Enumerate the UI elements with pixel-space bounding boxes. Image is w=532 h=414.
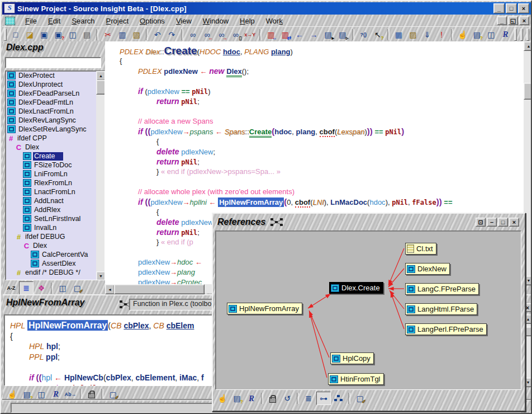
save-all-button[interactable]: ◫ <box>66 29 79 41</box>
print-button[interactable]: ▤ <box>80 29 94 41</box>
mdi-minimize-button[interactable]: _ <box>497 16 507 25</box>
reference-node[interactable]: Cl.txt <box>405 243 436 255</box>
scroll-down-button[interactable]: ▼ <box>96 271 105 280</box>
help-contents-button[interactable]: ◫ <box>35 388 48 401</box>
browse-symbols-button[interactable]: ?() <box>357 29 370 41</box>
symbol-item[interactable]: LnactFromLn <box>6 187 104 196</box>
help-mode-button[interactable]: ▤? <box>20 388 34 401</box>
mdi-close-button[interactable]: × <box>519 16 529 25</box>
toolbar-grip[interactable] <box>514 29 517 41</box>
rebuild-project-button[interactable]: ▨ <box>406 29 420 41</box>
lock-button[interactable] <box>85 388 98 401</box>
maximize-button[interactable]: □ <box>506 3 517 13</box>
symbol-item[interactable]: CDlex <box>6 241 104 250</box>
reference-node[interactable]: LangC.FPreParse <box>405 283 479 295</box>
symbol-item[interactable]: DlexSetRevLangSync <box>6 125 104 134</box>
minimize-button[interactable]: – <box>487 218 497 227</box>
scroll-up-button[interactable]: ▲ <box>96 71 105 81</box>
menu-view[interactable]: View <box>170 16 197 26</box>
rename-button[interactable]: Ab→ <box>64 388 77 401</box>
reference-node[interactable]: DlexNew <box>405 263 450 275</box>
reference-node[interactable]: LangHtml.FParse <box>405 303 477 315</box>
refresh-button[interactable]: ↺ <box>281 392 294 404</box>
symbol-item[interactable]: LniFromLn <box>6 170 104 178</box>
save-file-button[interactable]: ▣ <box>37 29 51 41</box>
find-in-files-button[interactable]: ∞▯ <box>229 29 243 41</box>
properties-button[interactable]: ▢✐ <box>70 282 84 294</box>
reference-node[interactable]: HplNewFromArray <box>227 303 302 314</box>
help-contents-button[interactable]: ◫ <box>484 29 498 41</box>
goto-definition-button[interactable]: ▤▸ <box>321 29 335 41</box>
document-icon[interactable] <box>5 17 15 25</box>
run-script-button[interactable]: R <box>245 392 258 404</box>
synchronize-files-button[interactable]: ⇓ <box>421 29 434 41</box>
sort-alpha-button[interactable]: A-Z <box>4 282 18 294</box>
lock-button[interactable] <box>266 392 279 404</box>
view-hierarchy-button[interactable] <box>332 392 345 404</box>
link-sync-button[interactable]: ▥⇄ <box>279 29 292 41</box>
symbol-item[interactable]: AssertDlex <box>6 259 104 268</box>
copy-button[interactable]: ▥ <box>116 29 129 41</box>
symbol-item[interactable]: DlexProtect <box>6 71 104 80</box>
references-graph-canvas[interactable]: Dlex.CreateCl.txtDlexNewLangC.FPreParseL… <box>215 230 521 390</box>
context-help-button[interactable]: ↖? <box>371 29 384 41</box>
symbol-item[interactable]: Create <box>6 152 104 161</box>
maximize-button[interactable]: □ <box>498 218 508 227</box>
symbol-item[interactable]: DlexFDeadFmtLn <box>6 98 104 107</box>
app-icon[interactable]: S <box>4 3 15 13</box>
properties-button[interactable]: ▢✐ <box>353 392 367 404</box>
cut-button[interactable]: ✂ <box>101 29 115 41</box>
scrollbar-track[interactable] <box>96 71 104 280</box>
browse-context-button[interactable]: ☝ <box>456 29 469 41</box>
toolbar-grip[interactable] <box>4 29 7 41</box>
references-title-bar[interactable]: References ⊡ – □ × <box>214 215 521 229</box>
view-outline-button[interactable]: ≣ <box>302 392 315 404</box>
symbol-item[interactable]: DlexFDeadParseLn <box>6 89 104 98</box>
link-window-button[interactable]: ▥↔ <box>264 29 278 41</box>
new-file-button[interactable]: □ <box>9 29 22 41</box>
browse-context-button[interactable]: ☝ <box>216 392 229 404</box>
run-script-button[interactable]: R <box>499 29 512 41</box>
stop-button[interactable]: ! <box>435 29 448 41</box>
help-contents-button[interactable]: ◫ <box>56 282 69 294</box>
find-button[interactable]: ∞ <box>186 29 200 41</box>
symbol-item[interactable]: DlexUnprotect <box>6 80 104 89</box>
menu-file[interactable]: File <box>20 16 42 26</box>
paste-button[interactable]: ▧ <box>130 29 144 41</box>
mdi-restore-button[interactable]: ◱ <box>508 16 518 25</box>
symbol-item[interactable]: DlexRevLangSync <box>6 116 104 125</box>
symbol-item[interactable]: AddLnact <box>6 196 104 205</box>
goto-reference-button[interactable]: ▤▹ <box>336 29 349 41</box>
toolbar-grip[interactable] <box>520 29 523 41</box>
symbol-item[interactable]: #endif /* DEBUG */ <box>6 268 104 277</box>
properties-button[interactable]: ▢✐ <box>106 388 120 401</box>
symbol-list[interactable]: DlexProtectDlexUnprotectDlexFDeadParseLn… <box>5 70 105 280</box>
find-previous-button[interactable]: ∞← <box>201 29 214 41</box>
scroll-left-button[interactable]: ◄ <box>105 284 115 294</box>
scrollbar-thumb[interactable] <box>114 284 205 294</box>
reference-node[interactable]: HtinFromTgl <box>328 373 384 385</box>
scrollbar-thumb[interactable] <box>524 83 532 100</box>
symbol-item[interactable]: InvalLn <box>6 223 104 232</box>
help-mode-button[interactable]: ▤? <box>230 392 244 404</box>
symbol-item[interactable]: FSizeToDoc <box>6 161 104 170</box>
scrollbar-thumb[interactable] <box>96 80 105 95</box>
sort-by-line-button[interactable]: ≣ <box>19 281 34 295</box>
undo-button[interactable]: ↶ <box>151 29 164 41</box>
help-mode-button[interactable]: ▤? <box>471 29 484 41</box>
replace-button[interactable]: x→Y <box>244 29 257 41</box>
close-button[interactable]: × <box>509 218 519 227</box>
symbol-item[interactable]: AddRlex <box>6 205 104 214</box>
symbol-item[interactable]: CDlex <box>6 143 104 152</box>
open-file-button[interactable]: ◪ <box>23 29 37 41</box>
symbol-item[interactable]: SetLnFirstInval <box>6 214 104 223</box>
go-back-button[interactable]: ← <box>293 29 306 41</box>
symbol-item[interactable]: #ifdef DEBUG <box>6 232 104 241</box>
minimize-button[interactable]: _ <box>493 3 505 13</box>
view-call-graph-button[interactable]: ⊶ <box>316 392 331 405</box>
save-file-query-button[interactable]: ▣? <box>52 29 65 41</box>
symbol-item[interactable]: CalcPercentVa <box>6 250 104 259</box>
menu-edit[interactable]: Edit <box>42 16 66 26</box>
go-forward-button[interactable]: → <box>307 29 321 41</box>
menu-project[interactable]: Project <box>101 16 134 26</box>
